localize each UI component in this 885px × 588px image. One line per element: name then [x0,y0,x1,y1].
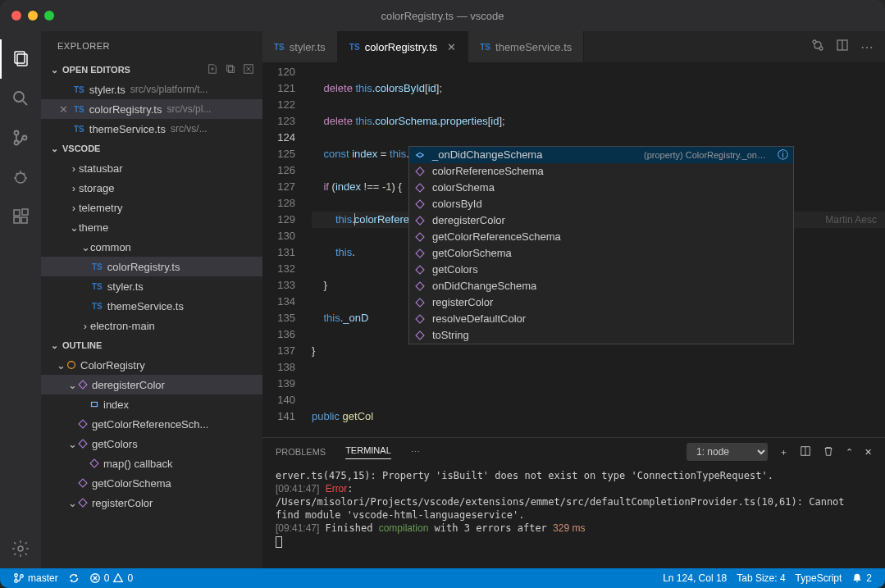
line-number: 125 [262,146,295,162]
outline-header[interactable]: ⌄ OUTLINE [41,335,262,355]
suggest-method-icon [414,264,426,276]
file-item[interactable]: TSstyler.ts [41,276,262,296]
editor-tab[interactable]: TSthemeService.ts [468,31,584,62]
svg-line-3 [23,101,27,105]
outline-item[interactable]: getColorReferenceSch... [41,414,262,434]
panel: PROBLEMS TERMINAL ⋯ 1: node ＋ ⌃ ✕ erver.… [262,437,885,568]
file-item[interactable]: TSthemeService.ts [41,296,262,316]
folder-item[interactable]: › telemetry [41,198,262,217]
settings-gear-icon[interactable] [0,529,41,568]
split-editor-icon[interactable] [836,39,849,55]
close-tab-icon[interactable]: ✕ [447,41,456,53]
line-number: 128 [262,195,295,212]
svg-point-6 [23,136,27,140]
suggest-item[interactable]: onDidChangeSchema [409,278,793,294]
suggest-item[interactable]: colorReferenceSchema [409,163,793,180]
folder-item[interactable]: ⌄ common [41,237,262,257]
chevron-icon: ⌄ [69,221,79,234]
sync-icon[interactable] [63,568,84,588]
outline-item[interactable]: index [41,394,262,414]
suggest-item[interactable]: colorsById [409,196,793,212]
save-all-icon[interactable] [225,63,236,76]
editor-group: TSstyler.tsTScolorRegistry.ts✕TSthemeSer… [262,31,885,568]
line-number: 131 [262,244,295,261]
cursor-position[interactable]: Ln 124, Col 18 [658,568,732,588]
editor-tab[interactable]: TScolorRegistry.ts✕ [338,31,468,62]
file-item[interactable]: TScolorRegistry.ts [41,257,262,276]
typescript-file-icon: TS [74,105,84,114]
outline-item[interactable]: ⌄deregisterColor [41,375,262,394]
zoom-window-button[interactable] [44,11,54,21]
open-editor-item[interactable]: ✕TScolorRegistry.tssrc/vs/pl... [41,99,262,119]
close-panel-icon[interactable]: ✕ [864,447,872,458]
folder-item[interactable]: › storage [41,178,262,198]
new-file-icon[interactable] [207,63,218,76]
debug-icon[interactable] [0,157,41,197]
folder-item[interactable]: › statusbar [41,158,262,178]
source-control-icon[interactable] [0,118,41,157]
info-icon[interactable]: ⓘ [778,147,788,163]
open-editor-item[interactable]: TSstyler.tssrc/vs/platform/t... [41,80,262,99]
line-number: 137 [262,343,295,359]
problems-status[interactable]: 0 0 [84,568,138,588]
split-terminal-icon[interactable] [800,445,811,458]
svg-point-17 [18,546,23,551]
suggest-item[interactable]: colorSchema [409,180,793,196]
minimize-window-button[interactable] [28,11,38,21]
search-icon[interactable] [0,79,41,118]
open-editors-label: OPEN EDITORS [62,65,130,75]
folder-item[interactable]: › electron-main [41,316,262,335]
maximize-panel-icon[interactable]: ⌃ [846,447,853,458]
chevron-icon: ⌄ [67,497,77,509]
terminal-body[interactable]: erver.ts(475,15): Property 'isBuilt' doe… [262,466,885,568]
symbol-class-icon [66,359,77,371]
suggest-widget[interactable]: _onDidChangeSchema(property) ColorRegist… [408,146,794,344]
outline-item[interactable]: map() callback [41,454,262,473]
suggest-item[interactable]: getColorReferenceSchema [409,229,793,245]
editor-body[interactable]: 1201211221231241251261271281291301311321… [262,62,885,437]
terminal-tab[interactable]: TERMINAL [345,445,391,459]
close-all-icon[interactable] [243,63,254,76]
open-editor-item[interactable]: TSthemeService.tssrc/vs/... [41,119,262,139]
notifications-item[interactable]: 2 [846,568,877,588]
more-actions-icon[interactable]: ⋯ [860,39,874,55]
typescript-file-icon: TS [92,262,103,271]
workspace-header[interactable]: ⌄ VSCODE [41,139,262,158]
suggest-item[interactable]: toString [409,327,793,344]
outline-item[interactable]: ⌄ColorRegistry [41,355,262,375]
language-mode[interactable]: TypeScript [791,568,847,588]
panel-more-icon[interactable]: ⋯ [411,447,420,458]
suggest-method-icon [414,313,426,325]
svg-rect-14 [14,217,20,223]
suggest-item[interactable]: resolveDefaultColor [409,311,793,327]
suggest-item[interactable]: registerColor [409,294,793,311]
main: EXPLORER ⌄ OPEN EDITORS TSstyler.tssrc/v… [0,31,885,568]
svg-rect-40 [416,282,424,290]
svg-point-46 [15,574,18,577]
suggest-method-icon [414,215,426,226]
extensions-icon[interactable] [0,197,41,236]
close-editor-icon[interactable]: ✕ [59,103,69,116]
suggest-item[interactable]: getColors [409,262,793,278]
close-window-button[interactable] [11,11,21,21]
outline-item[interactable]: ⌄getColors [41,434,262,454]
code-area[interactable]: delete this.colorsById[id]; delete this.… [312,62,885,437]
app-window: colorRegistry.ts — vscode [0,0,885,588]
suggest-item[interactable]: getColorSchema [409,245,793,262]
problems-tab[interactable]: PROBLEMS [276,447,326,457]
suggest-item[interactable]: deregisterColor [409,212,793,229]
new-terminal-icon[interactable]: ＋ [779,446,788,458]
outline-item[interactable]: ⌄registerColor [41,493,262,513]
git-branch-item[interactable]: master [8,568,63,588]
editor-tab[interactable]: TSstyler.ts [262,31,338,62]
kill-terminal-icon[interactable] [823,445,834,458]
compare-changes-icon[interactable] [811,39,824,55]
folder-item[interactable]: ⌄ theme [41,217,262,237]
suggest-item[interactable]: _onDidChangeSchema(property) ColorRegist… [409,147,793,163]
tab-size[interactable]: Tab Size: 4 [732,568,790,588]
explorer-icon[interactable] [0,39,41,79]
terminal-selector[interactable]: 1: node [687,443,768,461]
outline-item[interactable]: getColorSchema [41,473,262,493]
open-editors-header[interactable]: ⌄ OPEN EDITORS [41,60,262,80]
traffic-lights [0,11,54,21]
